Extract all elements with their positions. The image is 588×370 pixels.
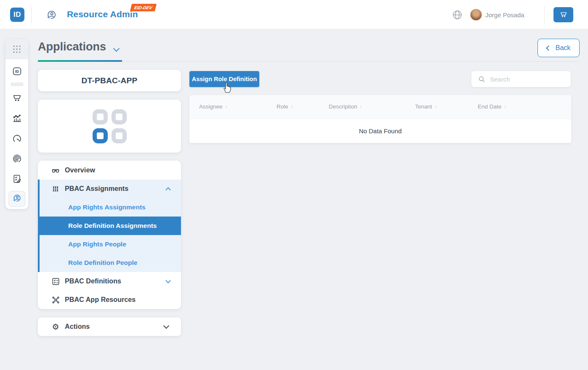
table-header-row: Assignee↑ Role↑ Description↑ Tenant↑ End… (189, 95, 571, 119)
back-button-label: Back (556, 44, 571, 52)
nav-item-pbac-definitions[interactable]: PBAC Definitions (38, 272, 181, 291)
user-name: Jorge Posada (485, 11, 524, 18)
page-title-chevron-down-icon[interactable] (113, 45, 120, 52)
chevron-down-icon[interactable] (163, 323, 169, 329)
analytics-icon[interactable] (5, 113, 28, 124)
nav-item-label: PBAC App Resources (65, 296, 136, 304)
gauge-icon[interactable] (5, 134, 28, 144)
apps-grid-icon[interactable] (5, 39, 28, 59)
nav-item-app-rights-assignments[interactable]: App Rights Assignments (40, 198, 181, 217)
nav-item-app-rights-people[interactable]: App Rights People (40, 235, 181, 254)
brand-logo: ID (10, 8, 24, 22)
resource-admin-rail-selected[interactable] (8, 191, 25, 207)
assignments-table: Assignee↑ Role↑ Description↑ Tenant↑ End… (189, 95, 571, 143)
column-header-role[interactable]: Role↑ (277, 95, 293, 119)
nav-item-label: Overview (65, 166, 95, 174)
chevron-down-icon[interactable] (165, 278, 171, 283)
app-side-nav: Overview PBAC Assignments App Rights Ass… (38, 161, 181, 309)
top-header: ID Resource Admin EID-DEV Jorge Posada (0, 0, 588, 29)
icon-rail: ID (5, 39, 28, 209)
nav-subitem-label: Role Definition People (68, 259, 137, 267)
nav-item-pbac-assignments[interactable]: PBAC Assignments (40, 180, 181, 198)
back-button[interactable]: Back (537, 39, 580, 57)
chevron-up-icon[interactable] (165, 187, 171, 193)
people-group-icon (51, 184, 61, 194)
cart-icon (559, 10, 568, 20)
glasses-icon (51, 165, 61, 175)
nav-subitem-label: App Rights People (68, 240, 126, 248)
sort-asc-icon: ↑ (504, 103, 507, 110)
checklist-icon (51, 276, 61, 286)
search-input[interactable] (486, 76, 561, 83)
user-avatar[interactable] (470, 9, 482, 21)
nav-item-pbac-app-resources[interactable]: PBAC App Resources (38, 291, 181, 309)
sort-asc-icon: ↑ (291, 103, 294, 110)
page-title[interactable]: Applications (38, 40, 106, 53)
column-header-assignee[interactable]: Assignee↑ (199, 95, 228, 119)
app-name-card: DT-PBAC-APP (38, 70, 181, 91)
brand-logo-text: ID (13, 11, 21, 19)
app-name: DT-PBAC-APP (81, 76, 137, 85)
header-divider (544, 6, 545, 23)
assign-role-definition-button[interactable]: Assign Role Definition (189, 71, 259, 87)
empty-state-message: No Data Found (359, 127, 402, 135)
app-tiles-icon (93, 109, 127, 143)
title-underline (38, 60, 122, 62)
cart-button[interactable] (553, 7, 573, 22)
actions-menu[interactable]: ⚙ Actions (38, 317, 181, 336)
column-header-tenant[interactable]: Tenant↑ (415, 95, 437, 119)
nav-subitem-label: Role Definition Assignments (68, 222, 157, 230)
divider-bars-icon (5, 82, 28, 86)
fingerprint-icon[interactable] (5, 153, 28, 164)
nav-item-role-definition-assignments[interactable]: Role Definition Assignments (38, 217, 181, 235)
app-logo-card (38, 100, 181, 153)
nav-item-label: PBAC Definitions (65, 278, 121, 285)
column-header-end-date[interactable]: End Date↑ (478, 95, 507, 119)
network-icon (51, 295, 61, 305)
chevron-left-icon (546, 45, 551, 51)
resource-admin-rail-icon (12, 193, 22, 205)
nav-item-label: PBAC Assignments (65, 185, 128, 193)
nav-subitem-label: App Rights Assignments (68, 204, 146, 211)
column-header-description[interactable]: Description↑ (329, 95, 362, 119)
sort-asc-icon: ↑ (360, 103, 363, 110)
nav-item-role-definition-people[interactable]: Role Definition People (40, 254, 181, 272)
globe-icon[interactable] (452, 10, 463, 22)
search-icon (478, 75, 486, 83)
resource-admin-icon (45, 9, 57, 22)
empty-state-row: No Data Found (189, 119, 571, 143)
environment-badge-text: EID-DEV (134, 5, 153, 10)
pbac-assignments-group: PBAC Assignments App Rights Assignments … (38, 180, 181, 272)
search-box (471, 71, 571, 87)
environment-badge: EID-DEV (130, 4, 157, 11)
actions-label: Actions (65, 323, 90, 330)
header-divider (31, 6, 32, 23)
id-badge-icon[interactable]: ID (5, 66, 28, 77)
svg-text:ID: ID (15, 69, 19, 74)
shop-cart-rail-icon[interactable] (5, 92, 28, 103)
nav-item-overview[interactable]: Overview (38, 161, 181, 180)
sort-asc-icon: ↑ (435, 103, 438, 110)
sort-asc-icon: ↑ (225, 103, 228, 110)
app-title: Resource Admin (67, 9, 138, 19)
gear-icon: ⚙ (51, 322, 61, 332)
document-edit-icon[interactable] (5, 174, 28, 184)
